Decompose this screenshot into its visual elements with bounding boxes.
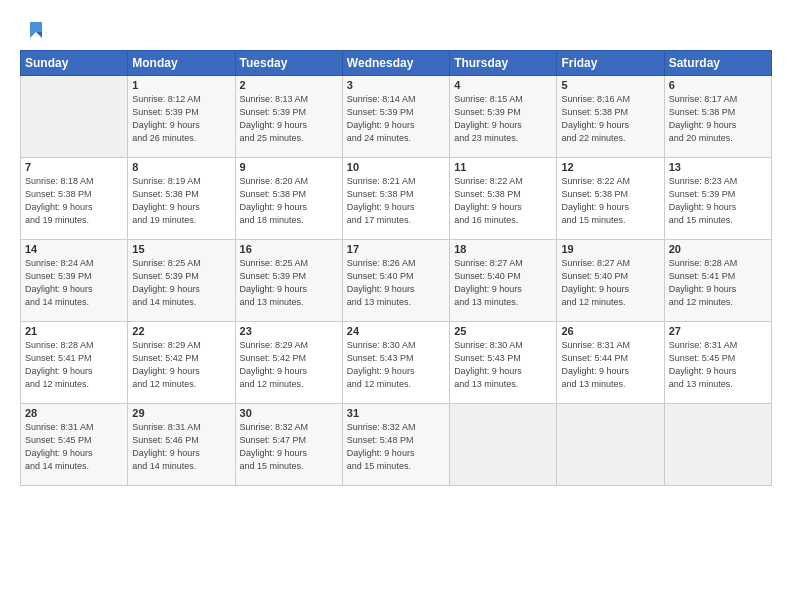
calendar-cell: 14Sunrise: 8:24 AMSunset: 5:39 PMDayligh… <box>21 240 128 322</box>
calendar-cell: 16Sunrise: 8:25 AMSunset: 5:39 PMDayligh… <box>235 240 342 322</box>
day-number: 7 <box>25 161 123 173</box>
day-number: 22 <box>132 325 230 337</box>
calendar-cell: 18Sunrise: 8:27 AMSunset: 5:40 PMDayligh… <box>450 240 557 322</box>
day-info: Sunrise: 8:22 AMSunset: 5:38 PMDaylight:… <box>454 175 552 227</box>
calendar-cell: 4Sunrise: 8:15 AMSunset: 5:39 PMDaylight… <box>450 76 557 158</box>
day-number: 6 <box>669 79 767 91</box>
day-number: 8 <box>132 161 230 173</box>
day-info: Sunrise: 8:29 AMSunset: 5:42 PMDaylight:… <box>132 339 230 391</box>
calendar-cell: 2Sunrise: 8:13 AMSunset: 5:39 PMDaylight… <box>235 76 342 158</box>
calendar-cell <box>21 76 128 158</box>
day-number: 23 <box>240 325 338 337</box>
day-info: Sunrise: 8:13 AMSunset: 5:39 PMDaylight:… <box>240 93 338 145</box>
day-number: 9 <box>240 161 338 173</box>
day-info: Sunrise: 8:21 AMSunset: 5:38 PMDaylight:… <box>347 175 445 227</box>
day-info: Sunrise: 8:16 AMSunset: 5:38 PMDaylight:… <box>561 93 659 145</box>
day-number: 24 <box>347 325 445 337</box>
day-number: 10 <box>347 161 445 173</box>
day-number: 5 <box>561 79 659 91</box>
calendar-header-sunday: Sunday <box>21 51 128 76</box>
calendar-cell: 26Sunrise: 8:31 AMSunset: 5:44 PMDayligh… <box>557 322 664 404</box>
calendar-cell: 27Sunrise: 8:31 AMSunset: 5:45 PMDayligh… <box>664 322 771 404</box>
calendar-cell: 22Sunrise: 8:29 AMSunset: 5:42 PMDayligh… <box>128 322 235 404</box>
calendar-cell: 29Sunrise: 8:31 AMSunset: 5:46 PMDayligh… <box>128 404 235 486</box>
header <box>20 18 772 40</box>
day-info: Sunrise: 8:15 AMSunset: 5:39 PMDaylight:… <box>454 93 552 145</box>
calendar-cell: 6Sunrise: 8:17 AMSunset: 5:38 PMDaylight… <box>664 76 771 158</box>
day-info: Sunrise: 8:25 AMSunset: 5:39 PMDaylight:… <box>240 257 338 309</box>
calendar-cell: 23Sunrise: 8:29 AMSunset: 5:42 PMDayligh… <box>235 322 342 404</box>
calendar-cell <box>557 404 664 486</box>
calendar-header-tuesday: Tuesday <box>235 51 342 76</box>
calendar-cell: 8Sunrise: 8:19 AMSunset: 5:38 PMDaylight… <box>128 158 235 240</box>
calendar-cell: 25Sunrise: 8:30 AMSunset: 5:43 PMDayligh… <box>450 322 557 404</box>
calendar-cell: 7Sunrise: 8:18 AMSunset: 5:38 PMDaylight… <box>21 158 128 240</box>
day-number: 4 <box>454 79 552 91</box>
calendar-table: SundayMondayTuesdayWednesdayThursdayFrid… <box>20 50 772 486</box>
day-info: Sunrise: 8:20 AMSunset: 5:38 PMDaylight:… <box>240 175 338 227</box>
calendar-cell: 31Sunrise: 8:32 AMSunset: 5:48 PMDayligh… <box>342 404 449 486</box>
day-info: Sunrise: 8:32 AMSunset: 5:48 PMDaylight:… <box>347 421 445 473</box>
day-number: 14 <box>25 243 123 255</box>
calendar-cell: 5Sunrise: 8:16 AMSunset: 5:38 PMDaylight… <box>557 76 664 158</box>
calendar-cell: 13Sunrise: 8:23 AMSunset: 5:39 PMDayligh… <box>664 158 771 240</box>
day-number: 12 <box>561 161 659 173</box>
calendar-cell: 3Sunrise: 8:14 AMSunset: 5:39 PMDaylight… <box>342 76 449 158</box>
day-info: Sunrise: 8:22 AMSunset: 5:38 PMDaylight:… <box>561 175 659 227</box>
day-info: Sunrise: 8:30 AMSunset: 5:43 PMDaylight:… <box>347 339 445 391</box>
day-info: Sunrise: 8:31 AMSunset: 5:44 PMDaylight:… <box>561 339 659 391</box>
day-number: 27 <box>669 325 767 337</box>
day-number: 29 <box>132 407 230 419</box>
day-info: Sunrise: 8:24 AMSunset: 5:39 PMDaylight:… <box>25 257 123 309</box>
calendar-cell: 10Sunrise: 8:21 AMSunset: 5:38 PMDayligh… <box>342 158 449 240</box>
calendar-header-thursday: Thursday <box>450 51 557 76</box>
calendar-cell <box>664 404 771 486</box>
calendar-cell: 20Sunrise: 8:28 AMSunset: 5:41 PMDayligh… <box>664 240 771 322</box>
calendar-cell: 12Sunrise: 8:22 AMSunset: 5:38 PMDayligh… <box>557 158 664 240</box>
calendar-cell: 15Sunrise: 8:25 AMSunset: 5:39 PMDayligh… <box>128 240 235 322</box>
day-number: 2 <box>240 79 338 91</box>
page: SundayMondayTuesdayWednesdayThursdayFrid… <box>0 0 792 612</box>
calendar-cell <box>450 404 557 486</box>
calendar-header-row: SundayMondayTuesdayWednesdayThursdayFrid… <box>21 51 772 76</box>
day-number: 28 <box>25 407 123 419</box>
calendar-week-row: 1Sunrise: 8:12 AMSunset: 5:39 PMDaylight… <box>21 76 772 158</box>
day-info: Sunrise: 8:28 AMSunset: 5:41 PMDaylight:… <box>669 257 767 309</box>
day-number: 17 <box>347 243 445 255</box>
calendar-week-row: 21Sunrise: 8:28 AMSunset: 5:41 PMDayligh… <box>21 322 772 404</box>
day-info: Sunrise: 8:29 AMSunset: 5:42 PMDaylight:… <box>240 339 338 391</box>
day-info: Sunrise: 8:25 AMSunset: 5:39 PMDaylight:… <box>132 257 230 309</box>
day-info: Sunrise: 8:31 AMSunset: 5:45 PMDaylight:… <box>669 339 767 391</box>
day-info: Sunrise: 8:17 AMSunset: 5:38 PMDaylight:… <box>669 93 767 145</box>
day-info: Sunrise: 8:27 AMSunset: 5:40 PMDaylight:… <box>561 257 659 309</box>
day-number: 20 <box>669 243 767 255</box>
day-info: Sunrise: 8:28 AMSunset: 5:41 PMDaylight:… <box>25 339 123 391</box>
day-number: 18 <box>454 243 552 255</box>
day-number: 25 <box>454 325 552 337</box>
day-number: 15 <box>132 243 230 255</box>
calendar-header-monday: Monday <box>128 51 235 76</box>
day-info: Sunrise: 8:31 AMSunset: 5:46 PMDaylight:… <box>132 421 230 473</box>
calendar-week-row: 28Sunrise: 8:31 AMSunset: 5:45 PMDayligh… <box>21 404 772 486</box>
day-info: Sunrise: 8:18 AMSunset: 5:38 PMDaylight:… <box>25 175 123 227</box>
day-number: 1 <box>132 79 230 91</box>
svg-marker-1 <box>36 32 42 38</box>
day-number: 30 <box>240 407 338 419</box>
day-info: Sunrise: 8:30 AMSunset: 5:43 PMDaylight:… <box>454 339 552 391</box>
day-number: 3 <box>347 79 445 91</box>
calendar-header-wednesday: Wednesday <box>342 51 449 76</box>
day-info: Sunrise: 8:27 AMSunset: 5:40 PMDaylight:… <box>454 257 552 309</box>
logo-icon <box>22 18 44 40</box>
day-number: 11 <box>454 161 552 173</box>
day-info: Sunrise: 8:23 AMSunset: 5:39 PMDaylight:… <box>669 175 767 227</box>
calendar-cell: 17Sunrise: 8:26 AMSunset: 5:40 PMDayligh… <box>342 240 449 322</box>
calendar-cell: 11Sunrise: 8:22 AMSunset: 5:38 PMDayligh… <box>450 158 557 240</box>
logo <box>20 18 44 40</box>
calendar-week-row: 14Sunrise: 8:24 AMSunset: 5:39 PMDayligh… <box>21 240 772 322</box>
day-info: Sunrise: 8:26 AMSunset: 5:40 PMDaylight:… <box>347 257 445 309</box>
day-number: 21 <box>25 325 123 337</box>
calendar-header-friday: Friday <box>557 51 664 76</box>
day-info: Sunrise: 8:14 AMSunset: 5:39 PMDaylight:… <box>347 93 445 145</box>
calendar-cell: 1Sunrise: 8:12 AMSunset: 5:39 PMDaylight… <box>128 76 235 158</box>
day-info: Sunrise: 8:31 AMSunset: 5:45 PMDaylight:… <box>25 421 123 473</box>
